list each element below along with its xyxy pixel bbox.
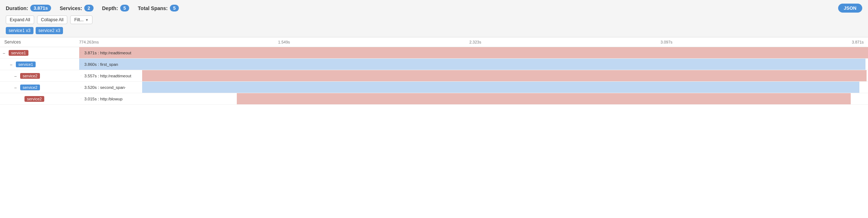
services-value: 2 [84, 5, 93, 12]
span-left-1: –service1 [0, 50, 79, 56]
service-chip-2: service1 [16, 62, 36, 67]
trace-area: Services 774.263ms1.549s2.323s3.097s3.87… [0, 37, 868, 105]
span-left-2: –service1 [0, 62, 79, 67]
duration-label: Duration: [6, 5, 28, 11]
services-column-label: Services [0, 40, 79, 45]
service-tag-1[interactable]: service1 x3 [6, 27, 33, 34]
span-bar-3 [142, 70, 866, 81]
json-button[interactable]: JSON [838, 4, 862, 13]
services-stat: Services: 2 [60, 5, 94, 12]
span-label-3: 3.557s : http:/readtimeout [83, 74, 131, 78]
table-row[interactable]: –service1·3.871s : http:/readtimeout [0, 47, 868, 59]
expand-icon[interactable]: – [14, 74, 19, 78]
filter-button[interactable]: Filt... ▼ [70, 15, 92, 24]
span-bar-2 [79, 59, 865, 70]
total-spans-value: 5 [170, 5, 179, 12]
tick-label: 3.097s [661, 40, 673, 44]
tick-label: 3.871s [852, 40, 864, 44]
span-right-4: ·3.520s : second_span· [79, 82, 868, 93]
header-bar: Duration: 3.871s Services: 2 Depth: 5 To… [0, 0, 868, 37]
duration-value: 3.871s [30, 5, 51, 12]
timeline-ticks: 774.263ms1.549s2.323s3.097s3.871s [79, 40, 868, 44]
header-stats: Duration: 3.871s Services: 2 Depth: 5 To… [6, 5, 179, 12]
chevron-down-icon: ▼ [85, 18, 89, 22]
expand-icon[interactable]: – [10, 62, 14, 67]
tick-label: 2.323s [469, 40, 481, 44]
depth-value: 5 [120, 5, 129, 12]
collapse-all-button[interactable]: Collapse All [37, 15, 68, 24]
span-right-1: ·3.871s : http:/readtimeout [79, 47, 868, 58]
span-label-2: 3.860s : first_span [83, 62, 118, 67]
table-row[interactable]: –service1·3.860s : first_span [0, 59, 868, 70]
span-bar-1 [79, 47, 868, 58]
dot-5: · [81, 97, 81, 100]
span-label-1: 3.871s : http:/readtimeout [83, 51, 131, 55]
filter-label: Filt... [74, 17, 83, 22]
service-chip-3: service2 [20, 73, 40, 79]
services-label: Services: [60, 5, 82, 11]
total-spans-label: Total Spans: [138, 5, 168, 11]
table-row[interactable]: –service2·3.520s : second_span· [0, 82, 868, 93]
span-right-5: ·3.015s : http:/blowup [79, 93, 868, 104]
expand-icon[interactable]: – [14, 85, 19, 90]
tick-label: 1.549s [278, 40, 290, 44]
span-right-2: ·3.860s : first_span [79, 59, 868, 70]
duration-stat: Duration: 3.871s [6, 5, 51, 12]
service-chip-5: service2 [24, 96, 44, 102]
total-spans-stat: Total Spans: 5 [138, 5, 179, 12]
expand-icon[interactable]: – [3, 51, 7, 55]
depth-label: Depth: [102, 5, 118, 11]
span-label-4: 3.520s : second_span· [83, 85, 126, 90]
header-row1: Duration: 3.871s Services: 2 Depth: 5 To… [6, 4, 862, 13]
header-row2: Expand All Collapse All Filt... ▼ [6, 15, 862, 24]
table-row[interactable]: service2·3.015s : http:/blowup [0, 93, 868, 105]
span-left-4: –service2 [0, 85, 79, 90]
span-left-3: –service2 [0, 73, 79, 79]
span-label-5: 3.015s : http:/blowup [83, 97, 122, 101]
table-row[interactable]: –service2·3.557s : http:/readtimeout [0, 70, 868, 82]
header-row3: service1 x3 service2 x3 [6, 27, 862, 34]
span-bar-5 [237, 93, 850, 104]
service-tag-2[interactable]: service2 x3 [36, 27, 63, 34]
span-bar-4 [142, 82, 859, 93]
service-chip-1: service1 [9, 50, 28, 56]
depth-stat: Depth: 5 [102, 5, 130, 12]
span-left-5: service2 [0, 96, 79, 102]
tick-label: 774.263ms [79, 40, 99, 44]
dot-4: · [81, 86, 81, 89]
span-rows-container: –service1·3.871s : http:/readtimeout–ser… [0, 47, 868, 105]
service-chip-4: service2 [20, 85, 40, 90]
timeline-header: Services 774.263ms1.549s2.323s3.097s3.87… [0, 37, 868, 47]
expand-all-button[interactable]: Expand All [6, 15, 34, 24]
span-right-3: ·3.557s : http:/readtimeout [79, 70, 868, 81]
dot-3: · [81, 74, 81, 77]
